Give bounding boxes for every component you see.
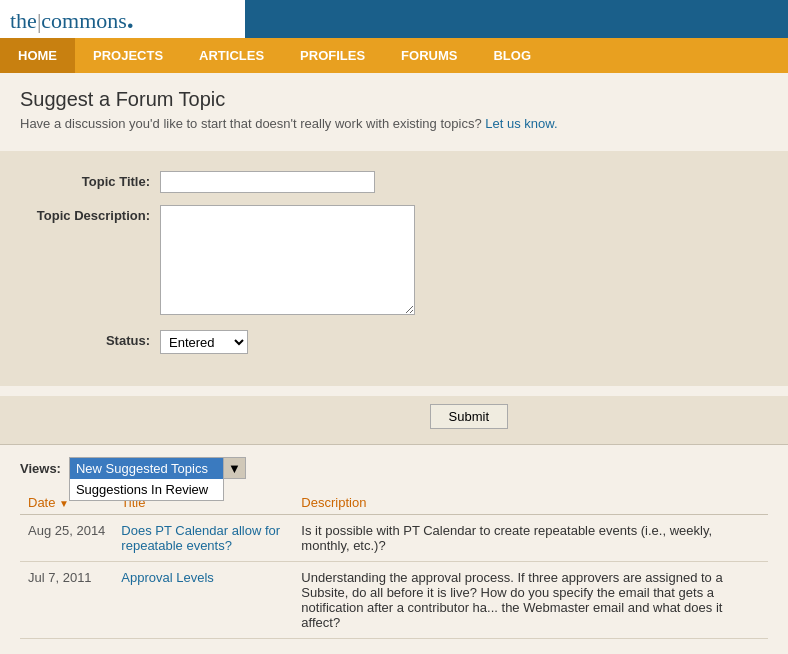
col-date-label: Date: [28, 495, 55, 510]
nav-profiles[interactable]: PROFILES: [282, 38, 383, 73]
logo-the: the: [10, 8, 37, 33]
views-dropdown[interactable]: New Suggested Topics ▼ New Suggested Top…: [69, 457, 246, 479]
nav-articles[interactable]: ARTICLES: [181, 38, 282, 73]
nav-home[interactable]: HOME: [0, 38, 75, 73]
views-label: Views:: [20, 457, 61, 476]
nav-projects[interactable]: PROJECTS: [75, 38, 181, 73]
cell-date-0: Aug 25, 2014: [20, 515, 113, 562]
topic-title-input-wrapper: [160, 171, 375, 193]
page-subtitle: Have a discussion you'd like to start th…: [20, 116, 768, 131]
page-content: Suggest a Forum Topic Have a discussion …: [0, 73, 788, 654]
topic-desc-row: Topic Description:: [0, 205, 788, 318]
cell-title-0[interactable]: Does PT Calendar allow for repeatable ev…: [113, 515, 293, 562]
dropdown-caret-icon: ▼: [228, 461, 241, 476]
nav: HOME PROJECTS ARTICLES PROFILES FORUMS B…: [0, 38, 788, 73]
sort-arrow-icon: ▼: [59, 498, 69, 509]
page-title: Suggest a Forum Topic: [20, 88, 768, 111]
table-row: Jul 7, 2011 Approval Levels Understandin…: [20, 562, 768, 639]
logo-area: the|commons.: [0, 0, 245, 38]
logo: the|commons.: [10, 3, 134, 35]
topics-table: Date ▼ Title Description Aug 25, 2014 Do…: [20, 489, 768, 639]
topic-title-input[interactable]: [160, 171, 375, 193]
table-body: Aug 25, 2014 Does PT Calendar allow for …: [20, 515, 768, 639]
views-area: Views: New Suggested Topics ▼ New Sugges…: [0, 445, 788, 479]
logo-commons: commons: [41, 8, 127, 33]
topic-title-label: Topic Title:: [0, 171, 160, 189]
views-row: Views: New Suggested Topics ▼ New Sugges…: [20, 457, 768, 479]
cell-desc-0: Is it possible with PT Calendar to creat…: [293, 515, 768, 562]
topic-desc-label: Topic Description:: [0, 205, 160, 223]
col-desc-label: Description: [301, 495, 366, 510]
page-header: Suggest a Forum Topic Have a discussion …: [0, 73, 788, 141]
cell-desc-1: Understanding the approval process. If t…: [293, 562, 768, 639]
col-description: Description: [293, 489, 768, 515]
table-area: Date ▼ Title Description Aug 25, 2014 Do…: [0, 479, 788, 654]
nav-blog[interactable]: BLOG: [475, 38, 549, 73]
logo-dot: .: [127, 3, 134, 34]
views-option-new[interactable]: New Suggested Topics: [70, 458, 223, 479]
topic-desc-input-wrapper: [160, 205, 415, 318]
status-select[interactable]: Entered In Review Approved: [160, 330, 248, 354]
header: the|commons.: [0, 0, 788, 38]
table-row: Aug 25, 2014 Does PT Calendar allow for …: [20, 515, 768, 562]
status-row: Status: Entered In Review Approved: [0, 330, 788, 354]
form-area: Topic Title: Topic Description: Status: …: [0, 151, 788, 386]
topic-title-row: Topic Title:: [0, 171, 788, 193]
cell-title-1[interactable]: Approval Levels: [113, 562, 293, 639]
submit-area: Submit: [0, 396, 788, 444]
views-dropdown-arrow-btn[interactable]: ▼: [224, 457, 246, 479]
status-select-wrapper: Entered In Review Approved: [160, 330, 248, 354]
topic-desc-textarea[interactable]: [160, 205, 415, 315]
subtitle-text: Have a discussion you'd like to start th…: [20, 116, 482, 131]
submit-button[interactable]: Submit: [430, 404, 508, 429]
nav-forums[interactable]: FORUMS: [383, 38, 475, 73]
cell-date-1: Jul 7, 2011: [20, 562, 113, 639]
subtitle-link[interactable]: Let us know.: [485, 116, 557, 131]
views-dropdown-menu: New Suggested Topics Suggestions In Revi…: [69, 457, 224, 501]
views-option-review[interactable]: Suggestions In Review: [70, 479, 223, 500]
status-label: Status:: [0, 330, 160, 348]
